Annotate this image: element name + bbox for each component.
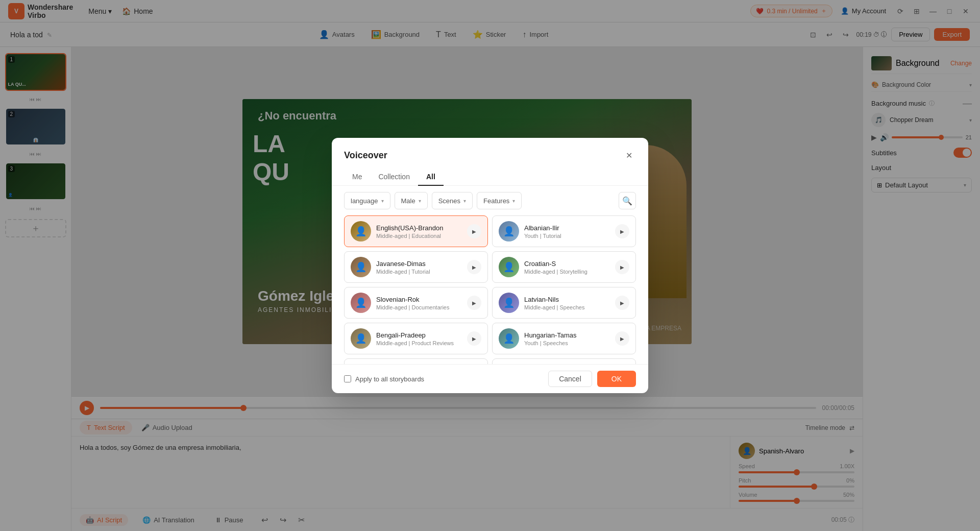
voice-avatar-1: 👤 [499, 221, 519, 242]
voice-avatar-7: 👤 [499, 328, 519, 349]
voice-play-btn-7[interactable]: ▶ [615, 331, 629, 346]
modal-actions: Cancel OK [548, 371, 636, 387]
voice-card-2[interactable]: 👤 Javanese-Dimas Middle-aged | Tutorial … [344, 251, 488, 283]
voice-desc-6: Middle-aged | Product Reviews [376, 340, 462, 346]
apply-to-all-checkbox[interactable]: Apply to all storyboards [344, 375, 424, 383]
modal-overlay[interactable]: Voiceover ✕ Me Collection All language ▾… [0, 0, 980, 531]
voice-avatar-0: 👤 [351, 221, 371, 242]
voice-name-6: Bengali-Pradeep [376, 331, 462, 339]
modal-header: Voiceover ✕ [332, 138, 648, 168]
voice-name-7: Hungarian-Tamas [524, 331, 610, 339]
voice-card-8[interactable]: 👤 Arabic(Bahrain) Middle-aged | News ▶ [344, 358, 488, 364]
tab-all[interactable]: All [418, 168, 444, 186]
voice-avatar-5: 👤 [499, 293, 519, 313]
search-button[interactable]: 🔍 [619, 192, 636, 209]
voice-name-1: Albanian-Ilir [524, 224, 610, 232]
voiceover-modal: Voiceover ✕ Me Collection All language ▾… [332, 138, 648, 393]
voice-card-6[interactable]: 👤 Bengali-Pradeep Middle-aged | Product … [344, 323, 488, 354]
filter-features[interactable]: Features ▾ [477, 192, 522, 209]
voice-avatar-2: 👤 [351, 257, 371, 277]
voice-card-1[interactable]: 👤 Albanian-Ilir Youth | Tutorial ▶ [492, 215, 636, 247]
voice-card-3[interactable]: 👤 Croatian-S Middle-aged | Storytelling … [492, 251, 636, 283]
voice-name-4: Slovenian-Rok [376, 296, 462, 303]
voice-card-7[interactable]: 👤 Hungarian-Tamas Youth | Speeches ▶ [492, 323, 636, 354]
voice-play-btn-2[interactable]: ▶ [467, 260, 481, 274]
voice-name-2: Javanese-Dimas [376, 260, 462, 268]
voice-desc-0: Middle-aged | Educational [376, 233, 462, 239]
voice-play-btn-1[interactable]: ▶ [615, 224, 629, 238]
voice-play-btn-5[interactable]: ▶ [615, 296, 629, 310]
tab-collection[interactable]: Collection [370, 168, 418, 186]
voice-desc-1: Youth | Tutorial [524, 233, 610, 239]
voice-desc-2: Middle-aged | Tutorial [376, 269, 462, 275]
modal-tabs: Me Collection All [332, 168, 648, 186]
modal-title: Voiceover [344, 150, 387, 161]
filter-gender[interactable]: Male ▾ [395, 192, 428, 209]
voice-play-btn-6[interactable]: ▶ [467, 331, 481, 346]
filter-language[interactable]: language ▾ [344, 192, 390, 209]
voice-card-9[interactable]: 👤 Dutch(Belgium)-Ar Youth | Tutorial ▶ [492, 358, 636, 364]
modal-close-button[interactable]: ✕ [622, 148, 636, 162]
voice-desc-4: Middle-aged | Documentaries [376, 304, 462, 310]
voice-avatar-6: 👤 [351, 328, 371, 349]
cancel-button[interactable]: Cancel [548, 371, 592, 387]
voice-desc-5: Middle-aged | Speeches [524, 304, 610, 310]
voice-card-5[interactable]: 👤 Latvian-Nils Middle-aged | Speeches ▶ [492, 287, 636, 319]
voice-name-5: Latvian-Nils [524, 296, 610, 303]
voice-play-btn-0[interactable]: ▶ [467, 224, 481, 238]
voice-avatar-4: 👤 [351, 293, 371, 313]
voice-play-btn-3[interactable]: ▶ [615, 260, 629, 274]
ok-button[interactable]: OK [597, 371, 636, 387]
modal-footer: Apply to all storyboards Cancel OK [332, 364, 648, 393]
voice-name-0: English(USA)-Brandon [376, 224, 462, 232]
voice-avatar-3: 👤 [499, 257, 519, 277]
tab-me[interactable]: Me [344, 168, 370, 186]
voice-desc-3: Middle-aged | Storytelling [524, 269, 610, 275]
voice-list: 👤 English(USA)-Brandon Middle-aged | Edu… [332, 215, 648, 364]
voice-play-btn-4[interactable]: ▶ [467, 296, 481, 310]
voice-desc-7: Youth | Speeches [524, 340, 610, 346]
voice-card-4[interactable]: 👤 Slovenian-Rok Middle-aged | Documentar… [344, 287, 488, 319]
modal-filters: language ▾ Male ▾ Scenes ▾ Features ▾ 🔍 [332, 186, 648, 215]
voice-name-3: Croatian-S [524, 260, 610, 268]
filter-scenes[interactable]: Scenes ▾ [432, 192, 473, 209]
voice-card-0[interactable]: 👤 English(USA)-Brandon Middle-aged | Edu… [344, 215, 488, 247]
